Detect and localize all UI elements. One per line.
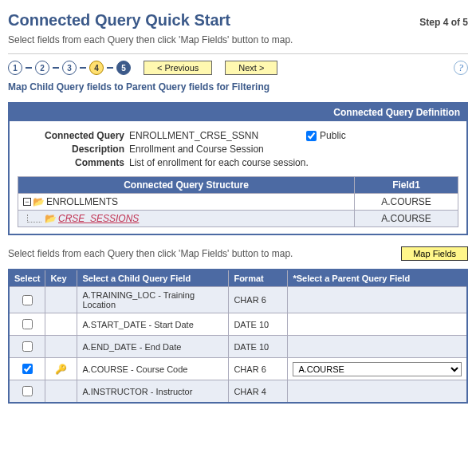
structure-node-field1: A.COURSE bbox=[355, 194, 458, 211]
wizard-step-5[interactable]: 5 bbox=[116, 61, 131, 75]
row-key-cell bbox=[45, 313, 77, 336]
table-row: A.END_DATE - End Date DATE 10 bbox=[9, 336, 467, 358]
wizard-dash bbox=[107, 67, 113, 69]
wizard-nav: 1 2 3 4 5 < Previous Next > ? bbox=[8, 53, 468, 75]
description-label: Description bbox=[18, 144, 129, 155]
previous-button[interactable]: < Previous bbox=[144, 61, 212, 75]
step-indicator: Step 4 of 5 bbox=[419, 17, 468, 28]
definition-panel-title: Connected Query Definition bbox=[10, 104, 466, 121]
row-select-checkbox[interactable] bbox=[22, 319, 33, 329]
structure-row: − 📂 ENROLLMENTS A.COURSE bbox=[18, 194, 458, 211]
map-fields-button[interactable]: Map Fields bbox=[401, 246, 468, 261]
section-instruction: Map Child Query fields to Parent Query f… bbox=[8, 81, 468, 93]
wizard-step-4[interactable]: 4 bbox=[89, 61, 104, 75]
wizard-dash bbox=[80, 67, 86, 69]
page-instruction: Select fields from each Query then click… bbox=[8, 34, 468, 45]
table-row: A.INSTRUCTOR - Instructor CHAR 4 bbox=[9, 380, 467, 404]
structure-node-label: ENROLLMENTS bbox=[46, 196, 118, 207]
row-select-checkbox[interactable] bbox=[22, 364, 33, 374]
row-format: CHAR 4 bbox=[229, 380, 288, 404]
page-title: Connected Query Quick Start bbox=[8, 11, 230, 30]
tree-collapse-icon[interactable]: − bbox=[23, 198, 31, 206]
row-format: CHAR 6 bbox=[229, 358, 288, 380]
structure-table: Connected Query Structure Field1 − 📂 ENR… bbox=[18, 176, 458, 227]
row-parent-field bbox=[288, 336, 467, 358]
wizard-step-1[interactable]: 1 bbox=[8, 61, 22, 75]
tree-branch-icon bbox=[27, 215, 41, 223]
structure-node-field1: A.COURSE bbox=[355, 211, 458, 227]
folder-open-icon: 📂 bbox=[45, 213, 57, 224]
row-parent-field bbox=[288, 287, 467, 313]
table-row: A.START_DATE - Start Date DATE 10 bbox=[9, 313, 467, 336]
public-checkbox-container[interactable]: Public bbox=[306, 130, 346, 141]
row-format: CHAR 6 bbox=[229, 287, 288, 313]
row-parent-field bbox=[288, 380, 467, 404]
field-mapping-grid: Select Key Select a Child Query Field Fo… bbox=[8, 269, 468, 404]
wizard-step-2[interactable]: 2 bbox=[35, 61, 49, 75]
definition-panel: Connected Query Definition Connected Que… bbox=[8, 102, 468, 235]
conn-query-label: Connected Query bbox=[18, 130, 129, 141]
table-row: A.TRAINING_LOC - Training Location CHAR … bbox=[9, 287, 467, 313]
row-child-field: A.COURSE - Course Code bbox=[77, 358, 229, 380]
table-row: 🔑 A.COURSE - Course Code CHAR 6 A.COURSE bbox=[9, 358, 467, 380]
row-child-field: A.INSTRUCTOR - Instructor bbox=[77, 380, 229, 404]
key-icon: 🔑 bbox=[55, 364, 67, 375]
public-checkbox[interactable] bbox=[306, 131, 317, 141]
description-value: Enrollment and Course Session bbox=[129, 144, 264, 155]
row-select-checkbox[interactable] bbox=[22, 295, 33, 305]
next-button[interactable]: Next > bbox=[225, 61, 277, 75]
public-label: Public bbox=[320, 130, 346, 141]
wizard-dash bbox=[26, 67, 32, 69]
row-child-field: A.TRAINING_LOC - Training Location bbox=[77, 287, 229, 313]
folder-open-icon: 📂 bbox=[33, 196, 45, 207]
row-parent-field bbox=[288, 313, 467, 336]
parent-field-select[interactable]: A.COURSE bbox=[293, 362, 462, 376]
grid-header-select: Select bbox=[9, 270, 45, 287]
structure-row: 📂 CRSE_SESSIONS A.COURSE bbox=[18, 211, 458, 227]
row-key-cell bbox=[45, 287, 77, 313]
grid-header-child: Select a Child Query Field bbox=[77, 270, 229, 287]
row-select-checkbox[interactable] bbox=[22, 386, 33, 396]
structure-header-name: Connected Query Structure bbox=[18, 177, 355, 194]
row-format: DATE 10 bbox=[229, 336, 288, 358]
wizard-step-3[interactable]: 3 bbox=[62, 61, 77, 75]
grid-header-key: Key bbox=[45, 270, 77, 287]
structure-child-link[interactable]: CRSE_SESSIONS bbox=[58, 213, 139, 224]
comments-label: Comments bbox=[18, 157, 129, 168]
row-child-field: A.START_DATE - Start Date bbox=[77, 313, 229, 336]
help-icon[interactable]: ? bbox=[454, 61, 468, 75]
conn-query-value: ENROLLMENT_CRSE_SSNN bbox=[129, 130, 258, 141]
structure-header-field1: Field1 bbox=[355, 177, 458, 194]
wizard-dash bbox=[53, 67, 59, 69]
row-select-checkbox[interactable] bbox=[22, 341, 33, 352]
row-child-field: A.END_DATE - End Date bbox=[77, 336, 229, 358]
row-format: DATE 10 bbox=[229, 313, 288, 336]
grid-header-parent: *Select a Parent Query Field bbox=[288, 270, 467, 287]
row-key-cell bbox=[45, 336, 77, 358]
row-key-cell bbox=[45, 380, 77, 404]
map-instruction: Select fields from each Query then click… bbox=[8, 248, 293, 259]
comments-value: List of enrollment for each course sessi… bbox=[129, 157, 309, 168]
row-key-cell: 🔑 bbox=[45, 358, 77, 380]
grid-header-format: Format bbox=[229, 270, 288, 287]
